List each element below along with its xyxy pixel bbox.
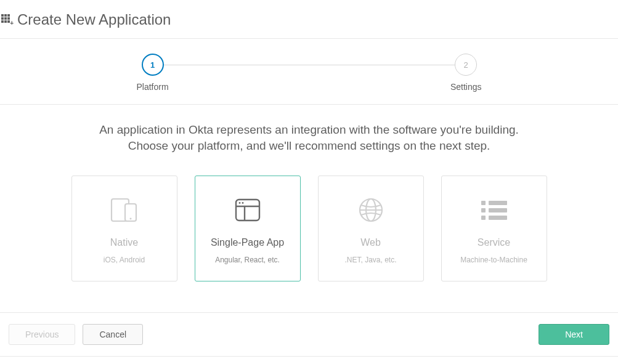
card-native[interactable]: Native iOS, Android [71,176,177,281]
step-settings[interactable]: 2 Settings [450,54,482,92]
step-circle-inactive: 2 [455,54,477,76]
next-button[interactable]: Next [539,324,609,345]
intro-line-2: Choose your platform, and we'll recommen… [128,139,490,152]
cancel-button[interactable]: Cancel [83,324,143,345]
card-title: Native [110,237,138,248]
card-title: Service [478,237,510,248]
step-label: Platform [137,82,169,92]
main-content: An application in Okta represents an int… [0,105,618,312]
previous-button: Previous [9,324,75,345]
page-header: + Create New Application [0,0,618,38]
browser-window-icon [234,193,261,227]
step-circle-active: 1 [142,54,164,76]
svg-point-2 [129,218,131,220]
card-subtitle: iOS, Android [104,256,145,264]
svg-point-7 [242,202,243,204]
wizard-footer: Previous Cancel Next [0,312,618,357]
globe-icon [357,193,384,227]
card-title: Single-Page App [211,237,284,248]
stepper-line [161,65,457,65]
card-subtitle: Angular, React, etc. [215,256,280,264]
platform-cards: Native iOS, Android Single-Page App Angu… [37,176,581,281]
card-web[interactable]: Web .NET, Java, etc. [318,176,424,281]
intro-line-1: An application in Okta represents an int… [99,123,519,136]
apps-grid-add-icon: + [1,14,12,25]
step-platform[interactable]: 1 Platform [137,54,169,92]
card-subtitle: Machine-to-Machine [460,256,527,264]
svg-point-6 [238,202,240,204]
card-single-page-app[interactable]: Single-Page App Angular, React, etc. [195,176,301,281]
step-label: Settings [450,82,482,92]
server-list-icon [481,193,507,227]
card-title: Web [360,237,381,248]
wizard-stepper: 1 Platform 2 Settings [0,39,618,105]
page-title: Create New Application [17,11,171,28]
card-service[interactable]: Service Machine-to-Machine [441,176,547,281]
mobile-devices-icon [109,193,140,227]
card-subtitle: .NET, Java, etc. [344,256,396,264]
intro-text: An application in Okta represents an int… [37,122,581,153]
